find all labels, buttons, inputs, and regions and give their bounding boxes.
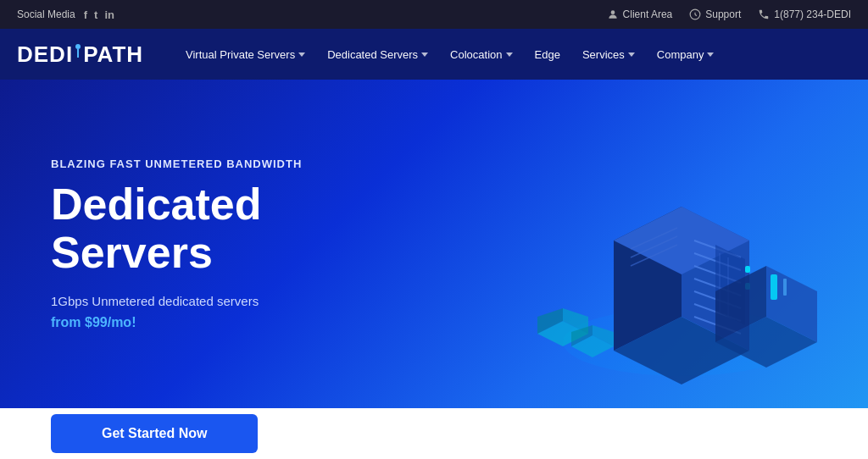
hero-description: 1Gbps Unmetered dedicated servers [51,294,302,308]
user-icon [607,8,619,20]
logo-wrapper: DEDI PATH [17,41,143,68]
server-illustration [495,105,817,393]
vps-dropdown-arrow [298,53,305,57]
nav-item-vps[interactable]: Virtual Private Servers [177,41,314,68]
top-bar-left: Social Media f t in [17,8,114,21]
svg-rect-14 [745,266,750,273]
hero-title: Dedicated Servers [51,180,302,277]
nav-item-company[interactable]: Company [648,41,723,68]
hero-price: from $99/mo! [51,315,302,330]
svg-rect-25 [771,274,777,300]
hero-content: BLAZING FAST UNMETERED BANDWIDTH Dedicat… [0,124,353,364]
logo-pin-line [77,49,79,58]
top-bar: Social Media f t in Client Area Support … [0,0,868,29]
svg-point-0 [610,10,615,14]
nav-item-dedicated[interactable]: Dedicated Servers [319,41,437,68]
nav-item-services[interactable]: Services [574,41,643,68]
facebook-icon[interactable]: f [84,8,87,21]
svg-rect-26 [783,279,787,296]
support-link[interactable]: Support [689,8,741,20]
client-area-link[interactable]: Client Area [607,8,673,20]
logo-pin-icon [75,44,81,58]
colocation-dropdown-arrow [506,53,513,57]
cta-bar: Get Started Now [0,408,868,459]
social-icons: f t in [84,8,114,21]
support-icon [689,8,701,20]
hero-section: BLAZING FAST UNMETERED BANDWIDTH Dedicat… [0,80,868,408]
nav-item-edge[interactable]: Edge [526,41,569,68]
dedicated-dropdown-arrow [421,53,428,57]
nav-item-colocation[interactable]: Colocation [442,41,520,68]
nav-links: Virtual Private Servers Dedicated Server… [177,41,851,68]
top-bar-right: Client Area Support 1(877) 234-DEDI [607,8,851,20]
logo[interactable]: DEDI PATH [17,41,143,68]
hero-price-value: $99/mo! [85,315,136,329]
hero-subtitle: BLAZING FAST UNMETERED BANDWIDTH [51,158,302,170]
company-dropdown-arrow [707,53,714,57]
nav-bar: DEDI PATH Virtual Private Servers Dedica… [0,29,868,80]
phone-icon [758,8,770,20]
phone-link[interactable]: 1(877) 234-DEDI [758,8,851,20]
services-dropdown-arrow [628,53,635,57]
logo-text-dedi: DEDI [17,41,73,68]
twitter-icon[interactable]: t [94,8,97,21]
get-started-button[interactable]: Get Started Now [51,414,258,453]
logo-text-path: PATH [83,41,143,68]
server-svg [495,105,817,393]
social-media-label: Social Media [17,8,75,20]
linkedin-icon[interactable]: in [104,8,114,21]
